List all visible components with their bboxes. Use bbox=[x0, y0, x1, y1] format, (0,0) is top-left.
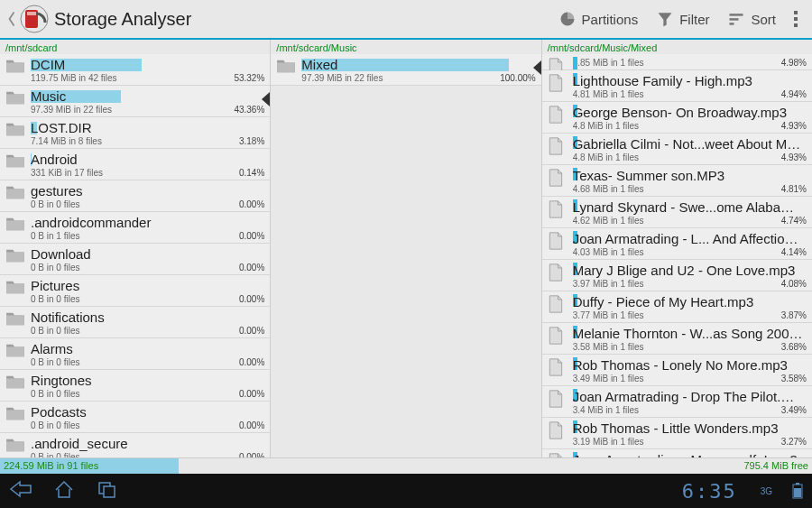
column-path: /mnt/sdcard/Music bbox=[271, 40, 540, 54]
file-icon bbox=[548, 106, 567, 122]
item-meta: 3.19 MiB in 1 files bbox=[573, 437, 803, 447]
file-row[interactable]: George Benson- On Broadway.mp34.8 MiB in… bbox=[542, 102, 812, 134]
file-row[interactable]: Melanie Thornton - W...as Song 2001).mp3… bbox=[542, 323, 812, 355]
item-percent: 4.98% bbox=[781, 58, 807, 68]
item-percent: 4.08% bbox=[781, 279, 807, 289]
folder-row[interactable]: DCIM119.75 MiB in 42 files53.32% bbox=[0, 54, 270, 86]
item-name: Music bbox=[31, 88, 261, 104]
system-nav-bar: 6:35 3G bbox=[0, 474, 812, 508]
item-percent: 53.32% bbox=[234, 73, 264, 83]
file-row[interactable]: Rob Thomas - Lonely No More.mp33.49 MiB … bbox=[542, 355, 812, 386]
item-name: Duffy - Piece of My Heart.mp3 bbox=[573, 294, 803, 309]
item-percent: 3.68% bbox=[781, 342, 807, 352]
file-row[interactable]: Lynard Skynard - Swe...ome Alabama.mp34.… bbox=[542, 197, 812, 228]
column-path: /mnt/sdcard/Music/Mixed bbox=[542, 40, 812, 54]
item-percent: 0.00% bbox=[239, 357, 264, 367]
size-bar bbox=[573, 57, 577, 69]
file-row[interactable]: Joan Armatrading - Me, myself, I.mp33.08… bbox=[542, 449, 812, 457]
item-name: Gabriella Cilmi - Not...weet About Me.mp… bbox=[573, 136, 803, 152]
nav-back-button[interactable] bbox=[9, 479, 32, 503]
column-body[interactable]: DCIM119.75 MiB in 42 files53.32%Music97.… bbox=[0, 54, 270, 457]
action-bar: Storage Analyser Partitions Filter Sort bbox=[0, 0, 812, 40]
svg-rect-3 bbox=[730, 14, 743, 16]
file-row[interactable]: Mary J Blige and U2 - One Love.mp33.97 M… bbox=[542, 260, 812, 291]
file-icon bbox=[548, 169, 567, 185]
item-meta: 4.8 MiB in 1 files bbox=[573, 121, 803, 131]
column-body[interactable]: Mixed97.39 MiB in 22 files100.00% bbox=[271, 54, 540, 457]
file-icon bbox=[548, 232, 567, 248]
item-name: gestures bbox=[31, 183, 261, 199]
item-meta: 4.62 MiB in 1 files bbox=[573, 216, 803, 226]
item-percent: 0.00% bbox=[239, 199, 264, 209]
file-row[interactable]: Gabriella Cilmi - Not...weet About Me.mp… bbox=[542, 134, 812, 165]
column: /mnt/sdcardDCIM119.75 MiB in 42 files53.… bbox=[0, 40, 271, 457]
sort-label: Sort bbox=[751, 12, 776, 27]
folder-icon bbox=[5, 152, 25, 169]
item-percent: 0.14% bbox=[239, 168, 264, 178]
folder-row[interactable]: Mixed97.39 MiB in 22 files100.00% bbox=[271, 54, 540, 86]
folder-icon bbox=[5, 184, 25, 200]
item-percent: 3.87% bbox=[781, 310, 807, 320]
folder-row[interactable]: Music97.39 MiB in 22 files43.36% bbox=[0, 86, 270, 117]
item-percent: 4.93% bbox=[781, 121, 807, 131]
file-row[interactable]: Lighthouse Family - High.mp34.81 MiB in … bbox=[542, 70, 812, 102]
file-row[interactable]: Joan Armatrading - Drop The Pilot.mp33.4… bbox=[542, 386, 812, 418]
item-name: Podcasts bbox=[31, 404, 261, 420]
column: /mnt/sdcard/MusicMixed97.39 MiB in 22 fi… bbox=[271, 40, 541, 457]
folder-row[interactable]: Notifications0 B in 0 files0.00% bbox=[0, 307, 270, 338]
summary-bar: 224.59 MiB in 91 files 795.4 MiB free bbox=[0, 457, 812, 474]
nav-home-button[interactable] bbox=[52, 479, 76, 503]
svg-rect-10 bbox=[794, 488, 801, 497]
nav-recents-button[interactable] bbox=[96, 479, 119, 503]
partitions-button[interactable]: Partitions bbox=[549, 5, 648, 33]
item-meta: 0 B in 0 files bbox=[31, 199, 261, 209]
file-icon bbox=[548, 358, 567, 374]
file-icon bbox=[548, 295, 567, 311]
item-name: Download bbox=[31, 246, 261, 262]
folder-row[interactable]: Ringtones0 B in 0 files0.00% bbox=[0, 370, 270, 402]
item-meta: 0 B in 0 files bbox=[31, 263, 261, 272]
item-meta: 0 B in 1 files bbox=[31, 231, 261, 241]
item-meta: 0 B in 0 files bbox=[31, 389, 261, 399]
sort-button[interactable]: Sort bbox=[718, 5, 785, 33]
folder-row[interactable]: .androidcommander0 B in 1 files0.00% bbox=[0, 212, 270, 244]
folder-row[interactable]: Podcasts0 B in 0 files0.00% bbox=[0, 402, 270, 433]
item-percent: 4.81% bbox=[781, 184, 807, 194]
filter-button[interactable]: Filter bbox=[647, 5, 718, 33]
file-row[interactable]: Texas- Summer son.MP34.68 MiB in 1 files… bbox=[542, 165, 812, 197]
folder-row[interactable]: Alarms0 B in 0 files0.00% bbox=[0, 338, 270, 370]
folder-icon bbox=[5, 58, 25, 74]
summary-used: 224.59 MiB in 91 files bbox=[4, 460, 98, 471]
item-meta: 0 B in 0 files bbox=[31, 357, 261, 367]
folder-row[interactable]: gestures0 B in 0 files0.00% bbox=[0, 180, 270, 212]
folder-icon bbox=[5, 279, 25, 295]
folder-row[interactable]: Download0 B in 0 files0.00% bbox=[0, 244, 270, 275]
overflow-menu-button[interactable] bbox=[785, 5, 807, 32]
item-name: .androidcommander bbox=[31, 215, 261, 230]
file-row[interactable]: Rob Thomas - Little Wonders.mp33.19 MiB … bbox=[542, 418, 812, 449]
back-button[interactable] bbox=[5, 0, 18, 39]
item-meta: 3.97 MiB in 1 files bbox=[573, 279, 803, 289]
item-name: LOST.DIR bbox=[31, 120, 261, 135]
item-name: Lynard Skynard - Swe...ome Alabama.mp3 bbox=[573, 199, 803, 215]
folder-row[interactable]: .android_secure0 B in 0 files0.00% bbox=[0, 433, 270, 457]
item-name: .android_secure bbox=[31, 436, 261, 451]
item-name: Melanie Thornton - W...as Song 2001).mp3 bbox=[573, 326, 803, 341]
item-meta: 4.85 MiB in 1 files bbox=[573, 58, 803, 68]
summary-free: 795.4 MiB free bbox=[743, 460, 808, 471]
folder-icon bbox=[5, 437, 25, 453]
item-percent: 0.00% bbox=[239, 389, 264, 399]
column: /mnt/sdcard/Music/Mixed4.85 MiB in 1 fil… bbox=[542, 40, 812, 457]
item-name: Mary J Blige and U2 - One Love.mp3 bbox=[573, 263, 803, 278]
item-meta: 7.14 MiB in 8 files bbox=[31, 136, 261, 146]
column-body[interactable]: 4.85 MiB in 1 files4.98%Lighthouse Famil… bbox=[542, 54, 812, 457]
folder-row[interactable]: LOST.DIR7.14 MiB in 8 files3.18% bbox=[0, 117, 270, 149]
folder-row[interactable]: Pictures0 B in 0 files0.00% bbox=[0, 275, 270, 307]
item-meta: 4.68 MiB in 1 files bbox=[573, 184, 803, 194]
file-row[interactable]: 4.85 MiB in 1 files4.98% bbox=[542, 54, 812, 70]
item-name: Joan Armatrading - L... And Affection.mp… bbox=[573, 231, 803, 246]
file-row[interactable]: Joan Armatrading - L... And Affection.mp… bbox=[542, 228, 812, 260]
file-row[interactable]: Duffy - Piece of My Heart.mp33.77 MiB in… bbox=[542, 291, 812, 323]
folder-row[interactable]: Android331 KiB in 17 files0.14% bbox=[0, 149, 270, 180]
folder-icon bbox=[5, 121, 25, 137]
